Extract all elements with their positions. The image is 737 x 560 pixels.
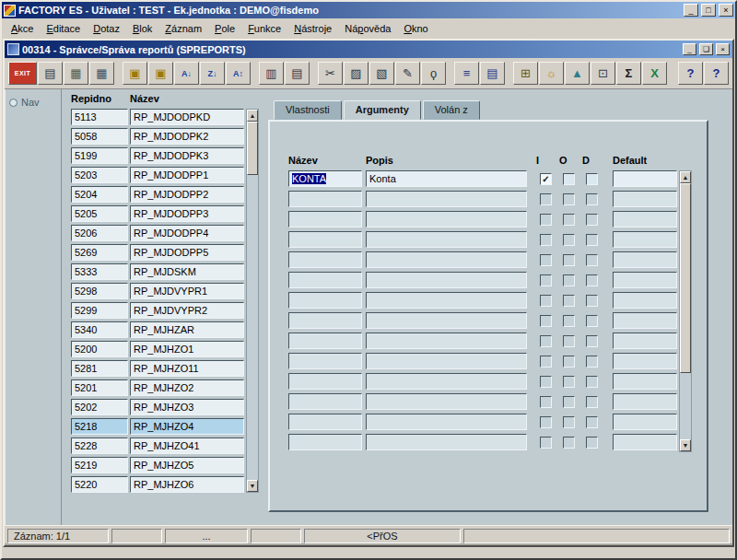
mdi-restore-button[interactable]: ❏	[699, 43, 713, 55]
scroll-down-icon[interactable]: ▼	[680, 439, 691, 451]
report-name-field[interactable]: RP_MJHZO11	[130, 360, 244, 377]
RP_MJDODPP5[interactable]: 5269 RP_MJDODPP5	[71, 244, 244, 261]
report-name-field[interactable]: RP_MJDODPP3	[130, 205, 244, 222]
report-id-field[interactable]: 5204	[71, 186, 128, 203]
checkbox-i[interactable]: ✓	[540, 173, 552, 185]
checkbox-o[interactable]	[563, 234, 575, 246]
RP_MJHZAR[interactable]: 5340 RP_MJHZAR	[71, 321, 244, 338]
argument-desc-field[interactable]	[366, 251, 527, 268]
printer-icon[interactable]: ▤	[38, 62, 63, 85]
argument-name-field[interactable]	[288, 292, 362, 309]
report-id-field[interactable]: 5269	[71, 244, 128, 261]
RP_MJDODPP2[interactable]: 5204 RP_MJDODPP2	[71, 186, 244, 203]
argument-desc-field[interactable]	[366, 434, 527, 450]
checkbox-d[interactable]	[586, 396, 598, 408]
report-id-field[interactable]: 5058	[71, 128, 128, 145]
menu-blok[interactable]: Blok	[126, 20, 158, 37]
report-name-field[interactable]: RP_MJHZO2	[130, 379, 244, 396]
argument-name-field[interactable]	[288, 251, 362, 268]
report-name-field[interactable]: RP_MJHZO4	[130, 418, 244, 435]
checkbox-d[interactable]	[586, 193, 598, 205]
report-name-field[interactable]: RP_MJHZO5	[130, 457, 244, 473]
RP_MJDODPKD[interactable]: 5113 RP_MJDODPKD	[71, 109, 244, 125]
folder-import-icon[interactable]: ▣	[123, 62, 147, 85]
scroll-up-icon[interactable]: ▲	[680, 171, 691, 183]
RP_MJHZO2[interactable]: 5201 RP_MJHZO2	[71, 379, 244, 396]
checkbox-i[interactable]	[540, 376, 552, 388]
mdi-close-button[interactable]: ×	[716, 43, 730, 55]
menu-editace[interactable]: Editace	[40, 20, 87, 37]
checkbox-o[interactable]	[563, 173, 575, 185]
argument-name-field[interactable]	[288, 434, 362, 450]
argument-name-field[interactable]	[288, 393, 362, 410]
checkbox-d[interactable]	[586, 214, 598, 226]
sigma-icon[interactable]: Σ	[616, 62, 641, 85]
argument-desc-field[interactable]: Konta	[366, 170, 527, 187]
checkbox-i[interactable]	[540, 335, 552, 347]
menu-nastroje[interactable]: Nástroje	[287, 20, 338, 37]
checkbox-o[interactable]	[563, 254, 575, 266]
checkbox-o[interactable]	[563, 376, 575, 388]
report-id-field[interactable]: 5200	[71, 341, 128, 357]
argument-name-field[interactable]	[288, 211, 362, 228]
RP_MJHZO5[interactable]: 5219 RP_MJHZO5	[71, 457, 244, 473]
menu-akce[interactable]: Akce	[5, 20, 40, 37]
RP_MJHZO4[interactable]: 5218 RP_MJHZO4	[71, 418, 244, 435]
report-id-field[interactable]: 5340	[71, 321, 128, 338]
checkbox-d[interactable]	[586, 416, 598, 428]
copy-icon[interactable]: ▨	[344, 62, 368, 85]
argument-default-field[interactable]	[613, 211, 677, 228]
report-id-field[interactable]: 5218	[71, 418, 128, 435]
print-preview-icon[interactable]: ▤	[285, 62, 310, 85]
menu-pole[interactable]: Pole	[208, 20, 241, 37]
list-values-icon[interactable]: ≡	[454, 62, 479, 85]
argument-desc-field[interactable]	[366, 332, 527, 349]
argument-default-field[interactable]	[613, 353, 677, 369]
RP_MJHZO6[interactable]: 5220 RP_MJHZO6	[71, 476, 244, 493]
argument-desc-field[interactable]	[366, 393, 527, 410]
checkbox-o[interactable]	[563, 437, 575, 449]
cut-icon[interactable]: ✂	[318, 62, 343, 85]
report-id-field[interactable]: 5202	[71, 399, 128, 415]
report-name-field[interactable]: RP_MJDODPKD	[130, 109, 244, 125]
tab-vlastnosti[interactable]: Vlastnosti	[274, 100, 342, 120]
report-name-field[interactable]: RP_MJDSKM	[130, 263, 244, 280]
help-icon[interactable]: ?	[678, 62, 703, 85]
argument-name-field[interactable]	[288, 191, 362, 207]
argument-default-field[interactable]	[613, 272, 677, 288]
checkbox-i[interactable]	[540, 416, 552, 428]
excel-icon[interactable]: X	[642, 62, 667, 85]
report-name-field[interactable]: RP_MJDODPP4	[130, 225, 244, 241]
folder-export-icon[interactable]: ▣	[148, 62, 173, 85]
argument-default-field[interactable]	[613, 170, 677, 187]
record-list-icon[interactable]: ▤	[480, 62, 505, 85]
RP_MJDODPP4[interactable]: 5206 RP_MJDODPP4	[71, 225, 244, 241]
tab-volan-z[interactable]: Volán z	[423, 100, 480, 120]
tab-argumenty[interactable]: Argumenty	[344, 100, 421, 120]
RP_MJHZO41[interactable]: 5228 RP_MJHZO41	[71, 438, 244, 454]
calendar-icon[interactable]: ⊞	[513, 62, 538, 85]
RP_MJDODPK3[interactable]: 5199 RP_MJDODPK3	[71, 147, 244, 164]
report-name-field[interactable]: RP_MJHZO3	[130, 399, 244, 415]
checkbox-i[interactable]	[540, 295, 552, 307]
maximize-button[interactable]: □	[701, 4, 716, 17]
checkbox-i[interactable]	[540, 437, 552, 449]
report-id-field[interactable]: 5228	[71, 438, 128, 454]
report-name-field[interactable]: RP_MJDODPK2	[130, 128, 244, 145]
report-id-field[interactable]: 5333	[71, 263, 128, 280]
sort-desc-icon[interactable]: Z↓	[200, 62, 225, 85]
argument-name-field[interactable]	[288, 231, 362, 248]
checkbox-i[interactable]	[540, 356, 552, 368]
arguments-scrollbar[interactable]: ▲ ▼	[679, 170, 692, 452]
report-list-scrollbar[interactable]: ▲ ▼	[246, 109, 259, 493]
argument-name-field[interactable]	[288, 272, 362, 288]
argument-desc-field[interactable]	[366, 211, 527, 228]
report-name-field[interactable]: RP_MJDVYPR1	[130, 283, 244, 299]
report-id-field[interactable]: 5219	[71, 457, 128, 473]
report-name-field[interactable]: RP_MJDODPP5	[130, 244, 244, 261]
minimize-button[interactable]: _	[684, 4, 698, 17]
report-id-field[interactable]: 5113	[71, 109, 128, 125]
checkbox-d[interactable]	[586, 173, 598, 185]
checkbox-o[interactable]	[563, 335, 575, 347]
argument-default-field[interactable]	[613, 231, 677, 248]
